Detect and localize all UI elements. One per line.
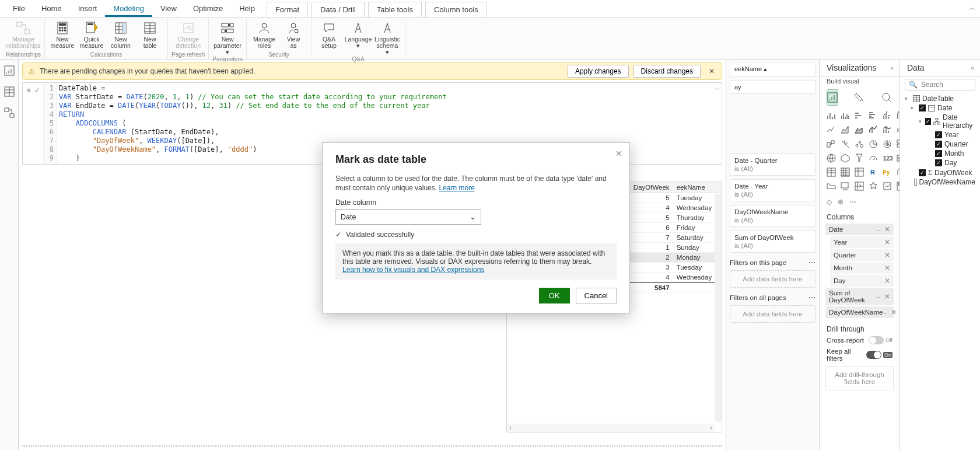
tree-level-node[interactable]: ✓Month (904, 149, 977, 158)
remove-field-icon[interactable]: ✕ (884, 251, 890, 259)
model-view-icon[interactable] (4, 107, 15, 118)
formula-cancel-icon[interactable]: ✕ (26, 85, 31, 95)
visual-type-icon[interactable] (853, 124, 865, 136)
table-view-icon[interactable] (4, 86, 15, 97)
filter-card[interactable]: Date - Quarteris (All) (730, 154, 816, 176)
visual-type-icon[interactable]: R (867, 166, 879, 178)
field-pill[interactable]: Day✕ (830, 275, 894, 287)
tree-level-node[interactable]: ✓Year (904, 130, 977, 139)
ok-button[interactable]: OK (539, 288, 570, 304)
filter-subheader-fragment[interactable]: ay (730, 80, 816, 94)
manage-relationships-button[interactable]: Managerelationships (9, 20, 37, 49)
filter-header-fragment[interactable]: eekName ▴ (730, 62, 816, 76)
manage-roles-button[interactable]: Manageroles (250, 20, 278, 49)
date-column-select[interactable]: Date ⌄ (335, 209, 481, 225)
field-pill[interactable]: DayOfWeekName⌄✕ (825, 306, 894, 318)
field-pill[interactable]: Month✕ (830, 262, 894, 274)
field-checkbox[interactable] (914, 179, 916, 186)
visual-type-icon[interactable]: 123 (881, 152, 893, 164)
more-ellipsis-icon[interactable]: ⋯ (849, 198, 856, 206)
apply-changes-button[interactable]: Apply changes (568, 65, 629, 78)
visual-type-icon[interactable] (853, 152, 865, 164)
visual-type-icon[interactable] (839, 180, 851, 192)
level-checkbox[interactable]: ✓ (935, 159, 942, 166)
new-column-button[interactable]: Newcolumn (107, 20, 135, 49)
cross-report-toggle[interactable] (869, 336, 884, 344)
visual-type-icon[interactable] (867, 110, 879, 122)
hierarchy-checkbox[interactable]: ✓ (925, 118, 931, 125)
chevron-down-icon[interactable]: ⌄ (883, 309, 887, 315)
discard-changes-button[interactable]: Discard changes (634, 65, 701, 78)
tab-home[interactable]: Home (33, 1, 70, 17)
ctx-tab-format[interactable]: Format (267, 2, 308, 17)
visual-type-icon[interactable] (825, 166, 837, 178)
cancel-button[interactable]: Cancel (576, 288, 617, 304)
visual-type-icon[interactable] (881, 180, 893, 192)
filter-card[interactable]: Date - Yearis (All) (730, 179, 816, 201)
visual-type-icon[interactable] (881, 124, 893, 136)
tree-hierarchy-node[interactable]: ▾ ✓ Date Hierarchy (904, 113, 977, 130)
date-checkbox[interactable]: ✓ (919, 104, 926, 111)
remove-field-icon[interactable]: ✕ (884, 225, 890, 233)
new-parameter-button[interactable]: Newparameter ▾ (214, 20, 242, 55)
field-pill[interactable]: Sum of DayOfWeek⌄✕ (825, 288, 894, 305)
visual-type-icon[interactable] (825, 138, 837, 150)
visual-type-icon[interactable] (867, 124, 879, 136)
field-checkbox[interactable]: ✓ (919, 169, 926, 176)
visual-type-icon[interactable]: Py (881, 166, 893, 178)
keep-filters-toggle[interactable] (866, 351, 881, 359)
tree-table-node[interactable]: ▾ DateTable (904, 94, 977, 103)
tree-level-node[interactable]: ✓Day (904, 158, 977, 168)
tree-field-node[interactable]: ✓Σ DayOfWeek (904, 168, 977, 177)
formula-commit-icon[interactable]: ✓ (34, 85, 39, 95)
remove-field-icon[interactable]: ✕ (884, 277, 890, 285)
filter-card[interactable]: Sum of DayOfWeekis (All) (730, 231, 816, 253)
analytics-mode[interactable] (881, 89, 892, 106)
pane-expand-icon[interactable]: » (971, 64, 974, 71)
ribbon-collapse-icon[interactable]: ︿ (969, 4, 975, 12)
level-checkbox[interactable]: ✓ (935, 141, 942, 148)
visual-type-icon[interactable] (867, 180, 879, 192)
quick-measure-button[interactable]: Quickmeasure (78, 20, 106, 49)
visual-type-icon[interactable] (853, 138, 865, 150)
ctx-tab-table-tools[interactable]: Table tools (368, 2, 422, 17)
tree-field-node[interactable]: DayOfWeekName (904, 177, 977, 187)
field-pill[interactable]: Quarter✕ (830, 249, 894, 261)
change-detection-button[interactable]: Changedetection (174, 20, 202, 49)
pane-expand-icon[interactable]: » (890, 64, 894, 71)
visual-type-icon[interactable] (853, 166, 865, 178)
table-header[interactable]: DayOfWeek (624, 182, 673, 193)
tab-optimize[interactable]: Optimize (185, 1, 231, 17)
ctx-tab-column-tools[interactable]: Column tools (425, 2, 487, 17)
visual-type-icon[interactable] (825, 124, 837, 136)
field-pill[interactable]: Date⌄✕ (825, 224, 894, 235)
report-view-icon[interactable] (4, 65, 15, 76)
visual-type-icon[interactable] (867, 152, 879, 164)
filter-card[interactable]: DayOfWeekNameis (All) (730, 205, 816, 227)
level-checkbox[interactable]: ✓ (935, 131, 942, 138)
chevron-down-icon[interactable]: ⌄ (876, 226, 881, 232)
visual-type-icon[interactable] (853, 180, 865, 192)
qa-setup-button[interactable]: Q&Asetup (315, 20, 343, 49)
notice-close-icon[interactable]: ✕ (705, 66, 718, 76)
visual-type-icon[interactable] (825, 180, 837, 192)
visual-type-icon[interactable] (839, 110, 851, 122)
dialog-close-icon[interactable]: ✕ (615, 149, 622, 158)
language-button[interactable]: Language▾ (344, 20, 372, 49)
visual-type-icon[interactable] (839, 124, 851, 136)
view-as-button[interactable]: Viewas (279, 20, 307, 49)
table-header[interactable]: eekName (673, 182, 722, 193)
tab-insert[interactable]: Insert (70, 1, 106, 17)
field-pill[interactable]: Year✕ (830, 236, 894, 248)
tab-view[interactable]: View (152, 1, 185, 17)
visual-type-icon[interactable] (825, 110, 837, 122)
remove-field-icon[interactable]: ✕ (891, 308, 897, 316)
tab-file[interactable]: File (5, 1, 33, 17)
tree-date-node[interactable]: ▾ ✓ Date (904, 103, 977, 113)
visual-type-icon[interactable] (881, 110, 893, 122)
build-visual-mode[interactable] (827, 89, 838, 106)
custom-visual-icon[interactable]: ◇ (827, 198, 832, 206)
new-table-button[interactable]: Newtable (136, 20, 164, 49)
table-scrollbar-vertical[interactable] (715, 194, 722, 421)
learn-more-link[interactable]: Learn more (439, 184, 474, 192)
